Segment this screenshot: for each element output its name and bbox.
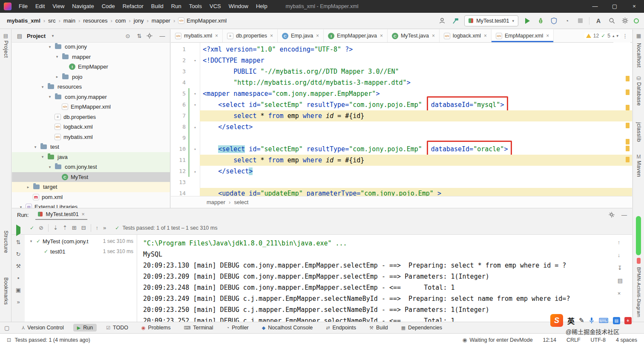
run-configuration-select[interactable]: MyTest.test01 ▾ (464, 15, 518, 26)
keyboard-icon[interactable]: ⌨ (599, 317, 609, 325)
maven-icon[interactable]: M (633, 154, 644, 160)
toolwindow-toggle-icon[interactable]: ▢ (4, 325, 9, 331)
tab-close-icon[interactable]: × (432, 33, 435, 39)
editor-tab-empmapper-java[interactable]: IEmpMapper.java× (324, 29, 388, 42)
breadcrumb-item-empmapper-xml[interactable]: </>EmpMapper.xml (176, 17, 228, 25)
toolwindow-profiler[interactable]: ◔Profiler (223, 324, 253, 332)
scroll-to-end-icon[interactable]: ↧ (618, 265, 623, 271)
ime-toolbox-icon[interactable]: ▤ (613, 317, 620, 324)
tree-collapse-icon[interactable]: ▾ (47, 165, 53, 169)
stripe-project[interactable]: Project (0, 40, 12, 58)
coverage-button[interactable] (549, 17, 558, 25)
expand-collapse-icon[interactable]: ⇅ (135, 33, 144, 39)
profiler-button[interactable]: ◔ (563, 17, 571, 25)
toolwindow-dependencies[interactable]: ▦Dependencies (397, 324, 446, 332)
project-toolwindow-icon[interactable]: ▤ (0, 33, 12, 39)
fold-icon[interactable]: ▾ (190, 99, 200, 110)
tab-close-icon[interactable]: × (316, 33, 319, 39)
ime-pen-icon[interactable]: ✎ (579, 317, 584, 324)
breadcrumb-item-main[interactable]: main (62, 17, 77, 25)
run-button[interactable] (523, 17, 532, 25)
tab-close-icon[interactable]: × (215, 33, 218, 39)
error-stripe-mark[interactable] (626, 139, 630, 144)
tab-close-icon[interactable]: × (546, 33, 549, 39)
editor-tab-mytest-java[interactable]: CMyTest.java× (388, 29, 440, 42)
tree-expand-icon[interactable]: ▸ (54, 75, 60, 79)
debug-button[interactable] (536, 17, 545, 25)
tree-item-empmapper[interactable]: IEmpMapper (12, 62, 170, 72)
editor-tab-empmapper-xml[interactable]: </>EmpMapper.xml× (492, 29, 554, 42)
menu-vcs[interactable]: VCS (206, 0, 225, 13)
file-encoding[interactable]: UTF-8 (591, 337, 606, 343)
status-message[interactable]: Tests passed: 1 (4 minutes ago) (14, 337, 90, 343)
menu-view[interactable]: View (49, 0, 68, 13)
error-stripe-mark[interactable] (626, 146, 630, 151)
tab-close-icon[interactable]: × (380, 33, 383, 39)
stripe-structure[interactable]: Structure (0, 231, 12, 253)
minimize-icon[interactable]: — (585, 0, 605, 13)
menu-build[interactable]: Build (147, 0, 167, 13)
test-row-mytest-com-jony-t[interactable]: ▾✓MyTest (com.jony.t1 sec 310 ms (25, 236, 137, 246)
notifications-icon[interactable]: ▦ (633, 33, 644, 39)
toolwindow-build[interactable]: ⚒Build (365, 324, 392, 332)
tree-expand-icon[interactable]: ▸ (25, 185, 31, 189)
cursor-position[interactable]: 12:14 (543, 337, 556, 343)
tab-close-icon[interactable]: × (270, 33, 273, 39)
ime-clipboard-icon[interactable]: + (624, 317, 632, 324)
breadcrumb-item-src[interactable]: src (46, 17, 57, 25)
settings-gear-icon[interactable] (621, 17, 629, 25)
menu-run[interactable]: Run (167, 0, 185, 13)
breadcrumb-item-resources[interactable]: resources (81, 17, 109, 25)
tree-item-com-jony[interactable]: ▾com.jony (12, 42, 170, 52)
editor-tab-mybatis-xml[interactable]: </>mybatis.xml× (171, 29, 223, 42)
more-icon[interactable]: » (17, 299, 20, 305)
tree-item-pojo[interactable]: ▸pojo (12, 72, 170, 82)
error-stripe-mark[interactable] (626, 157, 630, 162)
sort-down-icon[interactable]: ⇣ (53, 225, 58, 231)
scroll-down-icon[interactable]: ↓ (618, 252, 623, 258)
more-actions-icon[interactable]: » (103, 225, 106, 231)
tree-collapse-icon[interactable]: ▾ (54, 55, 60, 59)
tree-collapse-icon[interactable]: ▾ (32, 145, 38, 149)
suspend-icon[interactable]: ▪ (17, 275, 20, 281)
expand-all-icon[interactable]: ⊞ (72, 225, 77, 231)
prev-test-icon[interactable]: ↑ (96, 225, 99, 231)
search-everywhere-icon[interactable] (607, 17, 616, 25)
run-tab-close-icon[interactable]: × (82, 211, 85, 217)
test-settings-icon[interactable]: ⚒ (16, 263, 21, 269)
import-order-icon[interactable]: ⇅ (16, 239, 21, 245)
breadcrumb-item-mybatis-xml[interactable]: mybatis_xml (5, 17, 42, 25)
tree-collapse-icon[interactable]: ▾ (40, 85, 46, 89)
tree-item-logback-xml[interactable]: </>logback.xml (12, 122, 170, 132)
tree-collapse-icon[interactable]: ▾ (18, 205, 24, 208)
maximize-icon[interactable]: ▢ (605, 0, 624, 13)
microphone-icon[interactable] (589, 317, 595, 324)
tree-collapse-icon[interactable]: ▾ (40, 155, 46, 159)
run-scrollbar-thumb[interactable] (636, 216, 641, 255)
user-account-icon[interactable] (438, 17, 446, 25)
tree-item-mybatis-xml[interactable]: </>mybatis.xml (12, 132, 170, 142)
menu-file[interactable]: File (15, 0, 32, 13)
stripe-maven[interactable]: Maven (633, 161, 644, 177)
locate-file-icon[interactable]: ⊙ (124, 33, 132, 39)
hide-panel-icon[interactable]: — (158, 33, 167, 39)
tree-item-resources[interactable]: ▾resources (12, 82, 170, 92)
ime-language-indicator[interactable]: 英 (567, 315, 575, 326)
devmode-status[interactable]: ◉ Waiting for enter DevMode (462, 337, 532, 343)
tree-collapse-icon[interactable]: ▾ (28, 239, 34, 243)
fold-icon[interactable]: ▴ (190, 121, 200, 133)
run-settings-gear-icon[interactable] (609, 212, 615, 218)
show-passed-icon[interactable]: ✓ (30, 225, 34, 231)
menu-help[interactable]: Help (252, 0, 271, 13)
tree-item-com-jony-test[interactable]: ▾com.jony.test (12, 162, 170, 172)
stripe-database[interactable]: Database (633, 82, 644, 106)
toolwindow-nocalhost-console[interactable]: ◆Nocalhost Console (258, 324, 316, 332)
error-stripe-mark[interactable] (626, 76, 630, 81)
tree-item-db-properties[interactable]: ≡db.properties (12, 112, 170, 122)
code-area[interactable]: 1<?xml version="1.0" encoding="UTF-8" ?>… (171, 43, 632, 196)
breadcrumb-item-com[interactable]: com (114, 17, 128, 25)
toolwindow-problems[interactable]: ◉Problems (138, 324, 174, 332)
tree-item-com-jony-mapper[interactable]: ▾com.jony.mapper (12, 92, 170, 102)
inspections-widget[interactable]: 12 ✓ 5 ▴ ▾ (584, 32, 620, 39)
breadcrumb-item-jony[interactable]: jony (132, 17, 146, 25)
